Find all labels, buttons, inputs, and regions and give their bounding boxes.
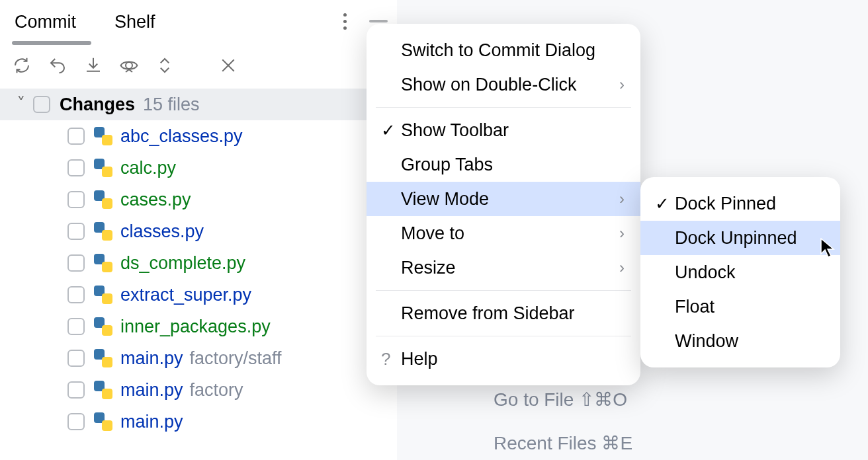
rollback-icon[interactable] [48,56,67,75]
python-file-icon [94,222,112,241]
submenu-window[interactable]: Window [640,324,840,358]
collapse-handle-icon[interactable] [369,20,388,22]
file-row[interactable]: main.pyfactory [0,374,397,406]
file-name: inner_packages.py [120,317,271,337]
file-name: main.py [120,348,183,369]
preview-diff-icon[interactable] [119,56,139,75]
chevron-right-icon: › [619,190,625,208]
menu-view-mode[interactable]: View Mode› [367,182,640,216]
changes-file-count: 15 files [143,95,200,115]
file-row[interactable]: inner_packages.py [0,311,397,342]
refresh-icon[interactable] [12,56,32,75]
file-row[interactable]: main.py [0,406,397,438]
chevron-right-icon: › [619,224,625,243]
menu-resize[interactable]: Resize› [367,250,640,285]
changes-header-row[interactable]: ˅ Changes 15 files [0,89,397,120]
close-icon[interactable] [218,56,238,75]
tab-commit[interactable]: Commit [12,12,79,32]
python-file-icon [94,317,112,336]
python-file-icon [94,190,112,209]
check-icon: ✓ [655,194,675,214]
hint-recent-files: Recent Files ⌘E [494,432,632,454]
file-checkbox[interactable] [67,413,85,430]
file-row[interactable]: extract_super.py [0,279,397,311]
question-icon: ? [381,349,401,369]
file-name: cases.py [120,190,191,210]
file-checkbox[interactable] [67,191,85,208]
python-file-icon [94,286,112,304]
menu-group-tabs[interactable]: Group Tabs [367,147,640,182]
file-name: calc.py [120,158,176,178]
file-row[interactable]: cases.py [0,184,397,215]
menu-move-to[interactable]: Move to› [367,216,640,250]
file-name: main.py [120,380,183,401]
menu-separator [376,290,631,291]
more-options-icon[interactable] [339,13,351,30]
context-menu: Switch to Commit Dialog Show on Double-C… [367,24,640,385]
submenu-undock[interactable]: Undock [640,255,840,289]
tab-underline [12,41,91,45]
menu-remove-sidebar[interactable]: Remove from Sidebar [367,296,640,330]
file-name: classes.py [120,221,204,242]
file-name: abc_classes.py [120,126,243,147]
file-checkbox[interactable] [67,286,85,303]
expand-collapse-icon[interactable] [155,56,175,75]
cursor-icon [820,238,835,262]
file-name: ds_complete.py [120,253,245,274]
tab-shelf[interactable]: Shelf [112,12,158,32]
file-row[interactable]: ds_complete.py [0,247,397,279]
submenu-dock-pinned[interactable]: ✓Dock Pinned [640,186,840,221]
submenu-dock-unpinned[interactable]: Dock Unpinned [640,221,840,255]
changes-header-label: Changes [60,95,135,115]
view-mode-submenu: ✓Dock Pinned Dock Unpinned Undock Float … [640,177,840,367]
shelve-icon[interactable] [83,56,103,75]
file-path: factory/staff [190,348,282,369]
file-name: extract_super.py [120,285,251,305]
menu-switch-commit-dialog[interactable]: Switch to Commit Dialog [367,33,640,67]
menu-show-toolbar[interactable]: ✓Show Toolbar [367,113,640,147]
python-file-icon [94,159,112,177]
file-checkbox[interactable] [67,254,85,272]
menu-separator [376,107,631,108]
file-checkbox[interactable] [67,318,85,335]
submenu-float[interactable]: Float [640,289,840,324]
file-path: factory [190,380,243,401]
commit-panel: Commit Shelf ˅ Changes 15 files abc_clas… [0,0,397,460]
menu-separator [376,336,631,336]
menu-show-double-click[interactable]: Show on Double-Click› [367,67,640,102]
changes-tree: ˅ Changes 15 files abc_classes.pycalc.py… [0,85,397,438]
hint-goto-file: Go to File ⇧⌘O [494,389,627,410]
python-file-icon [94,381,112,399]
file-row[interactable]: classes.py [0,215,397,247]
menu-help[interactable]: ?Help [367,342,640,376]
changes-checkbox[interactable] [33,96,50,113]
python-file-icon [94,127,112,145]
python-file-icon [94,412,112,431]
file-checkbox[interactable] [67,159,85,176]
python-file-icon [94,349,112,367]
file-row[interactable]: main.pyfactory/staff [0,342,397,374]
file-checkbox[interactable] [67,223,85,240]
file-checkbox[interactable] [67,350,85,367]
chevron-right-icon: › [619,75,625,94]
python-file-icon [94,254,112,272]
chevron-down-icon[interactable]: ˅ [15,94,28,115]
panel-toolbar [0,44,397,85]
chevron-right-icon: › [619,258,625,277]
panel-tabs: Commit Shelf [0,0,397,44]
svg-point-0 [126,62,132,69]
file-name: main.py [120,412,183,432]
check-icon: ✓ [381,120,401,141]
file-row[interactable]: abc_classes.py [0,120,397,152]
file-checkbox[interactable] [67,128,85,145]
file-row[interactable]: calc.py [0,152,397,184]
file-checkbox[interactable] [67,381,85,399]
